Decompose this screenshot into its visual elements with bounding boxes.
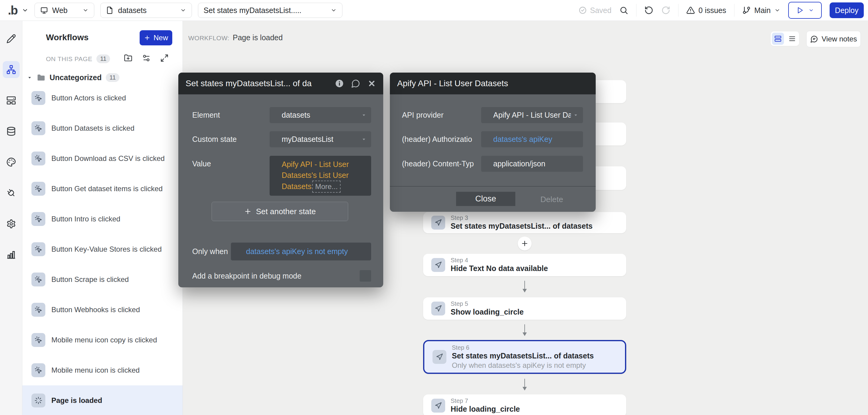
rail-item-plugins[interactable]: [3, 184, 20, 202]
page-select-value: datasets: [118, 6, 147, 15]
workflow-select-value: Set states myDatasetsList.....: [204, 6, 302, 15]
only-when-input[interactable]: datasets's apiKey is not empty: [231, 243, 371, 261]
platform-select[interactable]: Web: [34, 3, 94, 18]
close-label: Close: [475, 194, 496, 204]
breakpoint-checkbox[interactable]: [360, 270, 371, 281]
step-title: Show loading_circle: [451, 307, 524, 317]
redo-icon[interactable]: [661, 6, 670, 15]
info-icon[interactable]: [335, 79, 344, 88]
value-expression-input[interactable]: Apify API - List User Datasets's List Us…: [270, 156, 371, 196]
workflow-item-label: Button Scrape is clicked: [51, 275, 129, 284]
step-card-4[interactable]: Step 4 Hide Text No data available: [423, 254, 626, 276]
workflow-list-item[interactable]: Mobile menu icon is clicked: [22, 355, 183, 385]
cursor-click-icon: [31, 91, 45, 105]
rail-item-settings[interactable]: [3, 215, 20, 232]
rail-item-design[interactable]: [3, 30, 20, 47]
element-dropdown[interactable]: datasets: [270, 107, 371, 123]
workflow-list: Button Actors is clicked Button Datasets…: [22, 83, 183, 415]
rail-item-data[interactable]: [3, 123, 20, 140]
workflow-item-label: Button Download as CSV is clicked: [51, 154, 165, 163]
field-label: (header) Content-Typ: [402, 159, 474, 168]
workflow-list-item[interactable]: Button Intro is clicked: [22, 204, 183, 234]
close-icon[interactable]: [368, 79, 376, 88]
folder-plus-icon[interactable]: [124, 54, 132, 62]
expand-icon[interactable]: [160, 54, 168, 62]
chevron-down-icon: [180, 7, 186, 13]
workflow-list-item[interactable]: Mobile menu icon copy is clicked: [22, 325, 183, 355]
app-menu[interactable]: .b: [8, 4, 28, 16]
workflow-list-item[interactable]: Button Actors is clicked: [22, 83, 183, 113]
modal-header[interactable]: Set states myDatasetsList... of da: [178, 72, 383, 94]
cursor-click-icon: [31, 121, 45, 135]
comment-icon[interactable]: [351, 79, 360, 88]
search-icon[interactable]: [619, 6, 628, 15]
workflow-list-item[interactable]: Button Scrape is clicked: [22, 264, 183, 295]
plus-icon: [144, 34, 151, 41]
undo-icon[interactable]: [644, 6, 653, 15]
step-title: Set states myDatasetsList... of datasets: [451, 221, 593, 231]
workflow-list-item[interactable]: Button Download as CSV is clicked: [22, 143, 183, 174]
workflow-list-item[interactable]: Button Key-Value Stores is clicked: [22, 234, 183, 264]
delete-button[interactable]: Delete: [540, 195, 563, 204]
api-provider-value: Apify API - List User Dat...: [493, 111, 571, 119]
folder-uncategorized[interactable]: Uncategorized 11: [27, 73, 119, 82]
workflow-list-item[interactable]: Button Datasets is clicked: [22, 113, 183, 143]
modal-header[interactable]: Apify API - List User Datasets: [390, 72, 596, 94]
rail-item-reusables[interactable]: [3, 92, 20, 109]
play-icon: [796, 7, 804, 14]
workflow-list-item[interactable]: Button Webhooks is clicked: [22, 295, 183, 325]
card-view-button[interactable]: [772, 33, 784, 45]
step-title: Hide Text No data available: [451, 264, 548, 273]
workflow-list-item[interactable]: Button Get dataset items is clicked: [22, 174, 183, 204]
top-bar: .b Web datasets Set states myDatasetsLis…: [0, 0, 868, 21]
workflow-header-label: WORKFLOW:: [188, 34, 229, 42]
step-number: Step 4: [451, 257, 548, 264]
cursor-click-icon: [31, 272, 45, 287]
page-select[interactable]: datasets: [100, 3, 192, 18]
rail-item-styles[interactable]: [3, 154, 20, 171]
set-another-state-button[interactable]: Set another state: [212, 202, 348, 221]
chevron-down-icon: [83, 7, 89, 13]
custom-state-dropdown[interactable]: myDatasetsList: [270, 131, 371, 147]
cards-icon: [774, 35, 782, 43]
step-card-5[interactable]: Step 5 Show loading_circle: [423, 297, 626, 320]
action-arrow-icon: [431, 399, 445, 413]
new-workflow-button[interactable]: New: [140, 30, 172, 46]
auth-header-input[interactable]: datasets's apiKey: [481, 131, 583, 147]
preview-button[interactable]: [788, 2, 822, 19]
cursor-click-icon: [31, 212, 45, 226]
chevron-down-icon: [331, 7, 337, 13]
more-chip[interactable]: More...: [312, 181, 341, 193]
issues-indicator[interactable]: 0 issues: [686, 6, 726, 15]
components-icon: [6, 96, 16, 105]
content-type-input[interactable]: application/json: [481, 156, 583, 172]
branch-select[interactable]: Main: [742, 6, 780, 15]
step-number: Step 5: [451, 300, 524, 307]
field-label: (header) Authorizatio: [402, 135, 472, 144]
page-icon: [106, 6, 114, 14]
workflow-select[interactable]: Set states myDatasetsList.....: [198, 3, 342, 18]
deploy-button[interactable]: Deploy: [830, 2, 864, 18]
filter-icon[interactable]: [142, 54, 151, 62]
rail-item-workflows[interactable]: [3, 61, 20, 78]
element-value: datasets: [282, 111, 310, 119]
add-step-button[interactable]: [518, 237, 532, 250]
rail-item-logs[interactable]: [3, 246, 20, 263]
arrow-down-connector: [521, 280, 528, 293]
divider: [734, 4, 735, 17]
step-card-3[interactable]: Step 3 Set states myDatasetsList... of d…: [423, 212, 626, 233]
view-notes-button[interactable]: View notes: [806, 31, 861, 47]
close-button[interactable]: Close: [456, 192, 515, 206]
deploy-label: Deploy: [835, 6, 859, 15]
step-condition: Only when datasets's apiKey is not empty: [452, 360, 594, 370]
divider: [636, 4, 637, 17]
step-card-7[interactable]: Step 7 Hide loading_circle: [423, 394, 626, 415]
step-card-6-selected[interactable]: Step 6 Set states myDatasetsList... of d…: [423, 340, 626, 374]
caret-down-icon: [573, 112, 579, 118]
workflow-list-item-selected[interactable]: Page is loaded: [22, 385, 183, 415]
arrow-down-connector: [521, 378, 528, 391]
panel-title: Workflows: [46, 33, 89, 42]
divider: [390, 186, 596, 187]
list-view-button[interactable]: [786, 33, 798, 45]
api-provider-dropdown[interactable]: Apify API - List User Dat...: [481, 107, 583, 123]
